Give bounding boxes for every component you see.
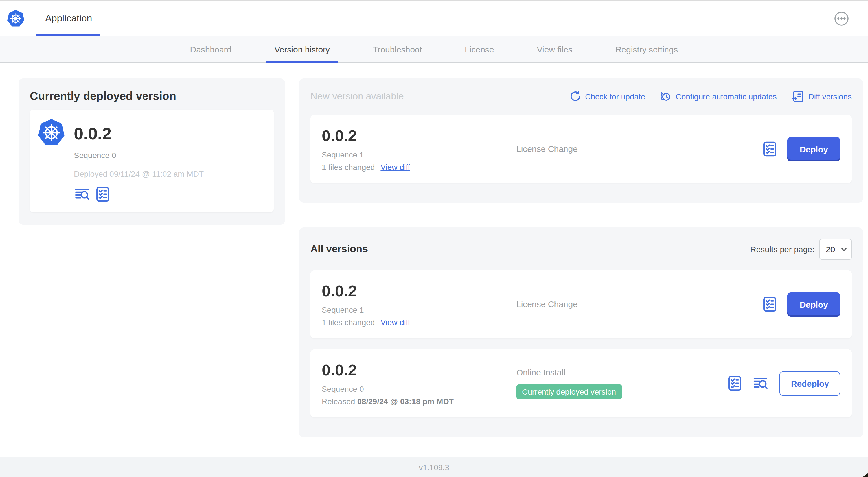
- currently-deployed-badge: Currently deployed version: [517, 384, 622, 399]
- version-sequence: Sequence 1: [322, 150, 517, 159]
- tab-troubleshoot[interactable]: Troubleshoot: [365, 36, 430, 62]
- active-app-indicator: [36, 34, 100, 35]
- all-versions-title: All versions: [310, 243, 368, 255]
- released-timestamp: 08/29/24 @ 03:18 pm MDT: [357, 396, 454, 406]
- console-version: v1.109.3: [419, 463, 449, 472]
- tab-version-history[interactable]: Version history: [267, 36, 338, 62]
- check-for-update-label: Check for update: [585, 92, 645, 101]
- diff-icon: [791, 90, 804, 103]
- app-footer: v1.109.3: [0, 457, 868, 477]
- results-per-page-select[interactable]: 20: [819, 239, 851, 260]
- deployed-sequence: Sequence 0: [74, 151, 204, 160]
- currently-deployed-title: Currently deployed version: [30, 90, 274, 103]
- view-logs-icon[interactable]: [752, 377, 770, 390]
- clock-update-icon: [660, 90, 672, 102]
- new-version-panel: New version available Check for update: [299, 79, 863, 203]
- results-per-page-label: Results per page:: [750, 245, 814, 254]
- main-content: Currently deployed version: [0, 63, 868, 438]
- version-number: 0.0.2: [322, 361, 517, 379]
- ellipsis-icon: [834, 11, 849, 26]
- new-version-row: 0.0.2 Sequence 1 1 files changed View di…: [310, 115, 851, 183]
- tab-view-files[interactable]: View files: [529, 36, 581, 62]
- tab-license[interactable]: License: [457, 36, 502, 62]
- version-row: 0.0.2 Sequence 1 1 files changed View di…: [310, 270, 851, 338]
- preflight-checks-icon[interactable]: [95, 186, 110, 202]
- version-number: 0.0.2: [322, 127, 517, 145]
- deploy-button[interactable]: Deploy: [787, 292, 840, 317]
- app-title-tab[interactable]: Application: [45, 13, 92, 24]
- configure-automatic-updates-label: Configure automatic updates: [676, 92, 777, 101]
- version-number: 0.0.2: [322, 282, 517, 300]
- all-versions-panel: All versions Results per page: 20: [299, 228, 863, 438]
- version-source: Online Install: [517, 367, 565, 377]
- new-version-title: New version available: [310, 91, 404, 102]
- diff-versions-link[interactable]: Diff versions: [791, 90, 851, 103]
- preflight-checks-icon[interactable]: [728, 376, 742, 391]
- app-header: Application: [0, 1, 868, 35]
- files-changed-text: 1 files changed: [322, 318, 375, 327]
- deployed-timestamp: Deployed 09/11/24 @ 11:02 am MDT: [74, 169, 204, 178]
- view-diff-link[interactable]: View diff: [380, 162, 410, 171]
- deployed-version-card: 0.0.2 Sequence 0 Deployed 09/11/24 @ 11:…: [30, 110, 274, 212]
- page-tabbar: Dashboard Version history Troubleshoot L…: [0, 35, 868, 63]
- version-source: License Change: [517, 144, 578, 153]
- tab-registry-settings[interactable]: Registry settings: [608, 36, 686, 62]
- preflight-checks-icon[interactable]: [763, 296, 777, 312]
- diff-versions-label: Diff versions: [808, 92, 851, 101]
- deployed-version-number: 0.0.2: [74, 124, 204, 143]
- redeploy-button[interactable]: Redeploy: [780, 371, 840, 395]
- kubernetes-icon: [7, 9, 25, 28]
- admin-console-page: Application Dashboard Version history Tr…: [0, 0, 868, 477]
- view-diff-link[interactable]: View diff: [380, 318, 410, 327]
- version-sequence: Sequence 0: [322, 384, 517, 393]
- right-column: New version available Check for update: [299, 79, 863, 438]
- tab-dashboard[interactable]: Dashboard: [182, 36, 240, 62]
- refresh-icon: [569, 90, 581, 102]
- app-options-menu-button[interactable]: [834, 11, 849, 26]
- files-changed-text: 1 files changed: [322, 162, 375, 171]
- preflight-checks-icon[interactable]: [763, 141, 777, 157]
- released-prefix: Released: [322, 396, 355, 406]
- deploy-button[interactable]: Deploy: [787, 137, 840, 161]
- version-sequence: Sequence 1: [322, 305, 517, 314]
- view-logs-icon[interactable]: [74, 187, 91, 201]
- version-row: 0.0.2 Sequence 0 Released 08/29/24 @ 03:…: [310, 350, 851, 417]
- app-logo[interactable]: [7, 9, 25, 28]
- configure-automatic-updates-link[interactable]: Configure automatic updates: [660, 90, 777, 102]
- currently-deployed-panel: Currently deployed version: [19, 79, 285, 225]
- version-source: License Change: [517, 299, 578, 309]
- kubernetes-icon: [37, 117, 65, 148]
- check-for-update-link[interactable]: Check for update: [569, 90, 645, 102]
